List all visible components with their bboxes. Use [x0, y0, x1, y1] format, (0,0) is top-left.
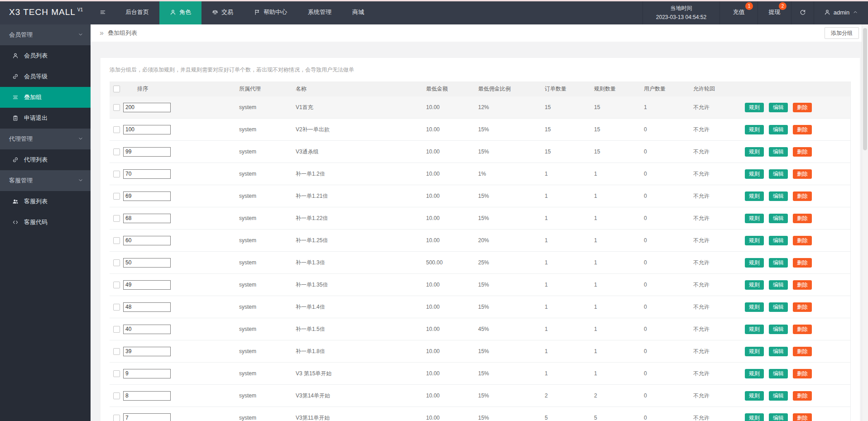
sort-input[interactable] — [123, 258, 171, 268]
delete-button[interactable]: 删除 — [793, 214, 812, 223]
delete-button[interactable]: 删除 — [793, 236, 812, 245]
page-scrollbar[interactable] — [862, 24, 868, 421]
row-checkbox[interactable] — [113, 148, 120, 155]
row-checkbox[interactable] — [113, 282, 120, 288]
sidebar-item-apply-exit[interactable]: 申请退出 — [0, 108, 91, 129]
sort-input[interactable] — [123, 325, 171, 334]
edit-button[interactable]: 编辑 — [769, 347, 788, 356]
rule-button[interactable]: 规则 — [745, 169, 764, 179]
rule-button[interactable]: 规则 — [745, 214, 764, 223]
sidebar-item-agent-list[interactable]: 代理列表 — [0, 149, 91, 170]
edit-button[interactable]: 编辑 — [769, 125, 788, 134]
sidebar-section-member-management[interactable]: 会员管理 — [0, 24, 91, 45]
withdraw-button[interactable]: 提现 2 — [758, 0, 791, 24]
sort-input[interactable] — [123, 391, 171, 401]
row-checkbox[interactable] — [113, 215, 120, 222]
sort-input[interactable] — [123, 169, 171, 179]
sidebar-item-service-code[interactable]: 客服代码 — [0, 212, 91, 233]
delete-button[interactable]: 删除 — [793, 413, 812, 421]
sort-input[interactable] — [123, 214, 171, 223]
delete-button[interactable]: 删除 — [793, 258, 812, 268]
sidebar-item-member-list[interactable]: 会员列表 — [0, 45, 91, 66]
delete-button[interactable]: 删除 — [793, 169, 812, 179]
sort-input[interactable] — [123, 236, 171, 245]
sort-input[interactable] — [123, 369, 171, 378]
row-checkbox[interactable] — [113, 193, 120, 200]
rule-button[interactable]: 规则 — [745, 369, 764, 378]
rule-button[interactable]: 规则 — [745, 280, 764, 290]
rule-button[interactable]: 规则 — [745, 258, 764, 268]
delete-button[interactable]: 删除 — [793, 280, 812, 290]
sort-input[interactable] — [123, 103, 171, 112]
sidebar-toggle-button[interactable] — [91, 0, 115, 24]
sidebar-item-service-list[interactable]: 客服列表 — [0, 191, 91, 212]
nav-item-trade[interactable]: 交易 — [201, 0, 244, 24]
edit-button[interactable]: 编辑 — [769, 302, 788, 312]
delete-button[interactable]: 删除 — [793, 391, 812, 401]
rule-button[interactable]: 规则 — [745, 147, 764, 157]
row-checkbox[interactable] — [113, 348, 120, 355]
delete-button[interactable]: 删除 — [793, 191, 812, 201]
row-checkbox[interactable] — [113, 304, 120, 311]
recharge-button[interactable]: 充值 1 — [719, 0, 758, 24]
select-all-checkbox[interactable] — [113, 86, 120, 92]
rule-button[interactable]: 规则 — [745, 103, 764, 112]
row-checkbox[interactable] — [113, 415, 120, 421]
nav-item-help-center[interactable]: 帮助中心 — [244, 0, 297, 24]
row-checkbox[interactable] — [113, 237, 120, 244]
rule-button[interactable]: 规则 — [745, 325, 764, 334]
edit-button[interactable]: 编辑 — [769, 391, 788, 401]
nav-item-mall[interactable]: 商城 — [342, 0, 374, 24]
user-menu[interactable]: admin — [814, 0, 868, 24]
edit-button[interactable]: 编辑 — [769, 236, 788, 245]
row-checkbox[interactable] — [113, 171, 120, 177]
row-checkbox[interactable] — [113, 370, 120, 377]
sort-input[interactable] — [123, 191, 171, 201]
nav-item-system[interactable]: 系统管理 — [297, 0, 342, 24]
edit-button[interactable]: 编辑 — [769, 369, 788, 378]
delete-button[interactable]: 删除 — [793, 125, 812, 134]
edit-button[interactable]: 编辑 — [769, 214, 788, 223]
row-checkbox[interactable] — [113, 259, 120, 266]
edit-button[interactable]: 编辑 — [769, 191, 788, 201]
sort-input[interactable] — [123, 147, 171, 157]
sort-input[interactable] — [123, 302, 171, 312]
rule-button[interactable]: 规则 — [745, 125, 764, 134]
delete-button[interactable]: 删除 — [793, 325, 812, 334]
scrollbar-thumb[interactable] — [863, 28, 867, 150]
nav-item-dashboard[interactable]: 后台首页 — [115, 0, 159, 24]
delete-button[interactable]: 删除 — [793, 147, 812, 157]
rule-button[interactable]: 规则 — [745, 191, 764, 201]
row-checkbox[interactable] — [113, 126, 120, 133]
sidebar-section-service-management[interactable]: 客服管理 — [0, 170, 91, 191]
delete-button[interactable]: 删除 — [793, 369, 812, 378]
edit-button[interactable]: 编辑 — [769, 413, 788, 421]
sort-input[interactable] — [123, 125, 171, 134]
delete-button[interactable]: 删除 — [793, 103, 812, 112]
row-checkbox[interactable] — [113, 326, 120, 333]
add-group-button[interactable]: 添加分组 — [825, 27, 859, 39]
delete-button[interactable]: 删除 — [793, 347, 812, 356]
rule-button[interactable]: 规则 — [745, 347, 764, 356]
sort-input[interactable] — [123, 347, 171, 356]
edit-button[interactable]: 编辑 — [769, 169, 788, 179]
rule-button[interactable]: 规则 — [745, 236, 764, 245]
sidebar-item-stack-group[interactable]: 叠加组 — [0, 87, 91, 108]
row-checkbox[interactable] — [113, 104, 120, 111]
edit-button[interactable]: 编辑 — [769, 325, 788, 334]
rule-button[interactable]: 规则 — [745, 391, 764, 401]
row-checkbox[interactable] — [113, 392, 120, 399]
rule-button[interactable]: 规则 — [745, 302, 764, 312]
edit-button[interactable]: 编辑 — [769, 147, 788, 157]
sidebar-item-member-level[interactable]: 会员等级 — [0, 66, 91, 87]
edit-button[interactable]: 编辑 — [769, 280, 788, 290]
sort-input[interactable] — [123, 280, 171, 290]
nav-item-role[interactable]: 角色 — [159, 0, 201, 24]
rule-button[interactable]: 规则 — [745, 413, 764, 421]
edit-button[interactable]: 编辑 — [769, 103, 788, 112]
edit-button[interactable]: 编辑 — [769, 258, 788, 268]
refresh-button[interactable] — [791, 0, 814, 24]
sort-input[interactable] — [123, 413, 171, 421]
delete-button[interactable]: 删除 — [793, 302, 812, 312]
sidebar-section-agent-management[interactable]: 代理管理 — [0, 129, 91, 149]
